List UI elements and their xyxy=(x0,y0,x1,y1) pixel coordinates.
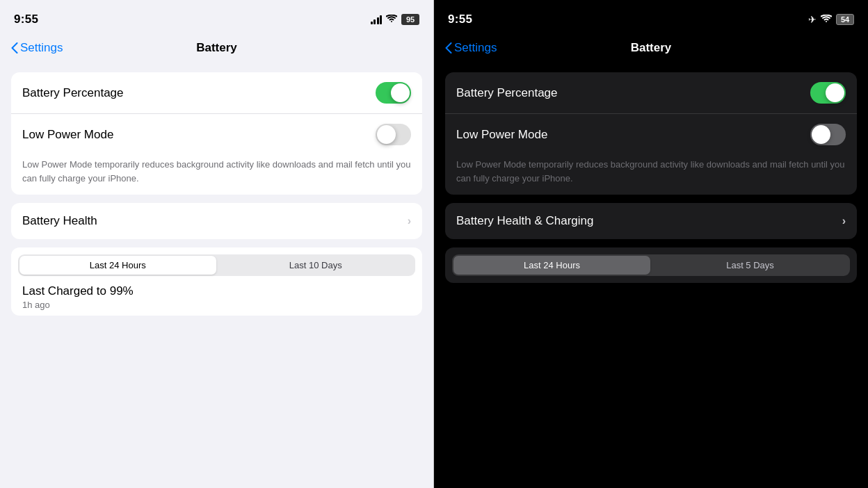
segment-wrapper-dark: Last 24 Hours Last 5 Days xyxy=(445,247,857,283)
status-bar-light: 9:55 95 xyxy=(0,0,433,35)
status-icons-light: 95 xyxy=(371,14,420,25)
back-button-dark[interactable]: Settings xyxy=(445,41,497,55)
battery-health-row-light[interactable]: Battery Health › xyxy=(11,203,422,239)
signal-icon-light xyxy=(371,15,383,24)
battery-percentage-label-dark: Battery Percentage xyxy=(456,86,558,100)
content-dark: Battery Percentage Low Power Mode Low Po… xyxy=(434,65,868,488)
low-power-mode-label-dark: Low Power Mode xyxy=(456,128,547,142)
battery-badge-dark: 54 xyxy=(836,14,854,25)
light-panel: 9:55 95 xyxy=(0,0,434,488)
low-power-mode-row-dark: Low Power Mode xyxy=(445,113,857,155)
nav-bar-dark: Settings Battery xyxy=(434,35,868,65)
battery-percentage-row-dark: Battery Percentage xyxy=(445,72,857,113)
nav-bar-light: Settings Battery xyxy=(0,35,433,65)
chevron-icon-dark: › xyxy=(842,215,846,227)
low-power-desc-light: Low Power Mode temporarily reduces backg… xyxy=(11,155,422,195)
settings-card-light: Battery Percentage Low Power Mode Low Po… xyxy=(11,72,422,195)
page-title-dark: Battery xyxy=(631,41,672,55)
usage-card-light: Last 24 Hours Last 10 Days Last Charged … xyxy=(11,247,422,316)
wifi-icon-dark xyxy=(821,15,832,25)
battery-percentage-toggle-light[interactable] xyxy=(376,82,411,104)
toggle-thumb xyxy=(377,125,396,144)
status-icons-dark: ✈ 54 xyxy=(808,14,854,25)
back-button-light[interactable]: Settings xyxy=(11,41,63,55)
battery-health-card-dark: Battery Health & Charging › xyxy=(445,203,857,239)
segment-24h-dark[interactable]: Last 24 Hours xyxy=(453,256,650,275)
segment-wrapper-light: Last 24 Hours Last 10 Days xyxy=(11,247,422,276)
dark-panel: 9:55 ✈ 54 Settings xyxy=(434,0,868,488)
battery-health-label-light: Battery Health xyxy=(22,214,97,228)
segment-10d-light[interactable]: Last 10 Days xyxy=(218,256,415,275)
battery-percentage-toggle-dark[interactable] xyxy=(810,82,846,104)
low-power-desc-dark: Low Power Mode temporarily reduces backg… xyxy=(445,155,857,195)
status-bar-dark: 9:55 ✈ 54 xyxy=(434,0,868,35)
time-light: 9:55 xyxy=(14,13,38,26)
segment-control-dark: Last 24 Hours Last 5 Days xyxy=(452,254,850,276)
battery-badge-light: 95 xyxy=(401,14,419,25)
battery-percentage-row-light: Battery Percentage xyxy=(11,72,422,113)
segment-24h-light[interactable]: Last 24 Hours xyxy=(19,256,216,275)
time-dark: 9:55 xyxy=(448,13,472,26)
chevron-icon-light: › xyxy=(408,215,411,227)
settings-card-dark: Battery Percentage Low Power Mode Low Po… xyxy=(445,72,857,195)
toggle-thumb xyxy=(826,83,844,102)
low-power-mode-label-light: Low Power Mode xyxy=(22,128,113,142)
wifi-icon-light xyxy=(386,15,397,25)
low-power-toggle-light[interactable] xyxy=(376,124,411,145)
low-power-mode-row-light: Low Power Mode xyxy=(11,113,422,155)
battery-health-label-dark: Battery Health & Charging xyxy=(456,214,594,228)
battery-health-row-dark[interactable]: Battery Health & Charging › xyxy=(445,203,857,239)
toggle-thumb xyxy=(391,83,410,102)
airplane-icon-dark: ✈ xyxy=(808,14,817,25)
content-light: Battery Percentage Low Power Mode Low Po… xyxy=(0,65,433,488)
segment-5d-dark[interactable]: Last 5 Days xyxy=(652,256,849,275)
battery-health-card-light: Battery Health › xyxy=(11,203,422,239)
last-charged-section-light: Last Charged to 99% 1h ago xyxy=(11,276,422,316)
low-power-toggle-dark[interactable] xyxy=(810,124,846,145)
usage-card-dark: Last 24 Hours Last 5 Days xyxy=(445,247,857,283)
battery-percentage-label-light: Battery Percentage xyxy=(22,86,124,100)
segment-control-light: Last 24 Hours Last 10 Days xyxy=(18,254,415,276)
last-charged-title-light: Last Charged to 99% xyxy=(22,284,411,298)
page-title-light: Battery xyxy=(196,41,237,55)
last-charged-sub-light: 1h ago xyxy=(22,300,411,310)
toggle-thumb xyxy=(812,125,830,144)
